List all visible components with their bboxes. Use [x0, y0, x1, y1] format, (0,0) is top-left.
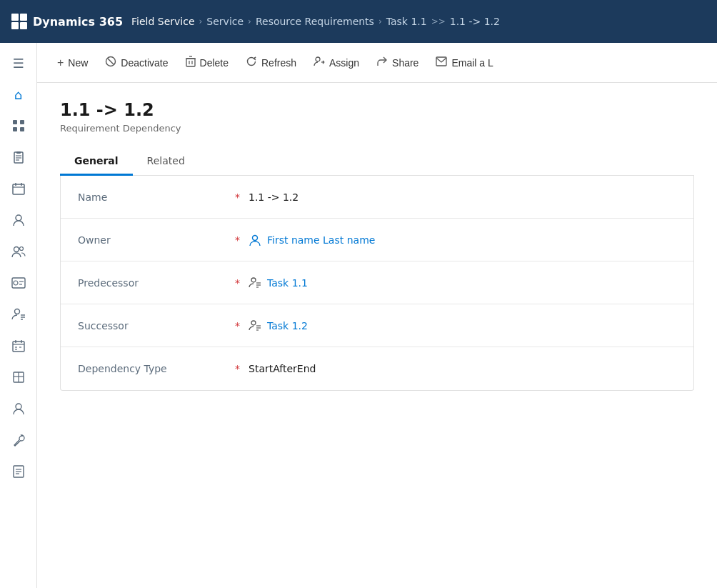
refresh-button[interactable]: Refresh — [237, 50, 305, 76]
svg-rect-16 — [12, 278, 25, 288]
sidebar-resource[interactable] — [4, 300, 33, 329]
svg-point-13 — [16, 215, 21, 221]
sidebar-report[interactable] — [4, 457, 33, 486]
app-wrapper: ☰ ⌂ — [0, 43, 717, 588]
sidebar-schedule[interactable] — [4, 332, 33, 360]
field-name-label: Name — [78, 191, 235, 203]
successor-resource-icon — [249, 319, 261, 332]
field-successor-row: Successor * Task 1.2 — [61, 304, 693, 347]
svg-rect-2 — [13, 127, 17, 131]
sidebar-inventory[interactable] — [4, 363, 33, 392]
successor-name: Task 1.2 — [267, 320, 308, 332]
top-navigation: Dynamics 365 Field Service › Service › R… — [0, 0, 717, 43]
app-name[interactable]: Field Service — [131, 16, 195, 27]
sidebar-clipboard[interactable] — [4, 143, 33, 171]
field-predecessor-required: * — [235, 277, 240, 289]
svg-rect-0 — [13, 120, 17, 124]
sidebar-wrench[interactable] — [4, 426, 33, 454]
sidebar-user2[interactable] — [4, 394, 33, 423]
field-successor-value[interactable]: Task 1.2 — [249, 319, 308, 332]
assign-label: Assign — [329, 57, 359, 69]
sidebar-card[interactable] — [4, 269, 33, 297]
sidebar-home[interactable]: ⌂ — [4, 80, 33, 109]
sidebar-dashboard[interactable] — [4, 111, 33, 140]
field-dependency-type-required: * — [235, 363, 240, 374]
field-predecessor-value[interactable]: Task 1.1 — [249, 276, 308, 289]
breadcrumb-current: 1.1 -> 1.2 — [450, 16, 500, 27]
record-area: 1.1 -> 1.2 Requirement Dependency Genera… — [37, 83, 717, 588]
sidebar-hamburger[interactable]: ☰ — [4, 49, 33, 77]
email-button[interactable]: Email a L — [427, 51, 501, 75]
tab-related[interactable]: Related — [133, 148, 199, 176]
svg-rect-50 — [436, 57, 446, 66]
svg-rect-5 — [16, 151, 21, 154]
owner-name: First name Last name — [267, 234, 375, 246]
field-successor-label: Successor — [78, 320, 235, 332]
sidebar: ☰ ⌂ — [0, 43, 37, 588]
record-title: 1.1 -> 1.2 — [60, 100, 694, 120]
main-content: + New Deactivate — [37, 43, 717, 588]
refresh-label: Refresh — [261, 57, 296, 69]
sidebar-person[interactable] — [4, 206, 33, 234]
svg-point-46 — [316, 57, 320, 61]
svg-rect-1 — [20, 120, 24, 124]
svg-point-56 — [251, 321, 256, 325]
share-label: Share — [392, 57, 418, 69]
field-name-value: 1.1 -> 1.2 — [249, 191, 299, 203]
breadcrumb: Field Service › Service › Resource Requi… — [131, 16, 500, 27]
sidebar-calendar[interactable] — [4, 174, 33, 203]
deactivate-label: Deactivate — [121, 57, 168, 69]
svg-point-14 — [14, 247, 19, 252]
svg-rect-24 — [13, 342, 24, 352]
svg-point-17 — [14, 281, 18, 285]
owner-person-icon — [249, 234, 261, 246]
field-predecessor-label: Predecessor — [78, 277, 235, 289]
breadcrumb-double-sep: >> — [431, 16, 446, 26]
tab-general[interactable]: General — [60, 148, 133, 176]
field-owner-label: Owner — [78, 234, 235, 246]
assign-icon — [314, 56, 325, 70]
new-label: New — [68, 57, 88, 69]
predecessor-resource-icon — [249, 276, 261, 289]
record-subtitle: Requirement Dependency — [60, 123, 694, 134]
form-section: Name * 1.1 -> 1.2 Owner * First name Las… — [60, 176, 694, 391]
brand-name: Dynamics 365 — [33, 15, 123, 29]
field-dependency-type-label: Dependency Type — [78, 363, 235, 374]
svg-rect-9 — [13, 184, 24, 194]
svg-point-34 — [16, 404, 21, 409]
field-dependency-type-row: Dependency Type * StartAfterEnd — [61, 347, 693, 390]
dynamics-logo[interactable]: Dynamics 365 — [11, 14, 123, 29]
field-owner-value[interactable]: First name Last name — [249, 234, 375, 246]
sidebar-persons[interactable] — [4, 237, 33, 266]
field-owner-row: Owner * First name Last name — [61, 219, 693, 261]
svg-line-40 — [108, 59, 114, 64]
field-dependency-type-value: StartAfterEnd — [249, 363, 316, 374]
logo-icon — [11, 14, 27, 29]
breadcrumb-sep-1: › — [199, 16, 203, 26]
tabs: General Related — [60, 148, 694, 176]
svg-rect-3 — [20, 127, 24, 131]
delete-label: Delete — [200, 57, 229, 69]
deactivate-button[interactable]: Deactivate — [96, 50, 176, 76]
email-label: Email a L — [451, 57, 493, 69]
svg-point-51 — [253, 235, 258, 240]
assign-button[interactable]: Assign — [305, 50, 368, 76]
email-icon — [436, 56, 447, 69]
breadcrumb-task11[interactable]: Task 1.1 — [386, 16, 427, 27]
refresh-icon — [246, 56, 257, 70]
breadcrumb-resource-req[interactable]: Resource Requirements — [256, 16, 374, 27]
deactivate-icon — [105, 56, 116, 70]
field-predecessor-row: Predecessor * Task 1.1 — [61, 261, 693, 304]
predecessor-name: Task 1.1 — [267, 277, 308, 289]
share-button[interactable]: Share — [368, 50, 427, 76]
svg-point-52 — [251, 278, 256, 282]
toolbar: + New Deactivate — [37, 43, 717, 83]
share-icon — [376, 56, 388, 70]
delete-button[interactable]: Delete — [177, 50, 237, 76]
new-button[interactable]: + New — [49, 51, 96, 75]
field-successor-required: * — [235, 320, 240, 332]
breadcrumb-service[interactable]: Service — [206, 16, 244, 27]
breadcrumb-sep-3: › — [378, 16, 382, 26]
svg-point-15 — [19, 247, 23, 251]
new-icon: + — [57, 56, 64, 69]
